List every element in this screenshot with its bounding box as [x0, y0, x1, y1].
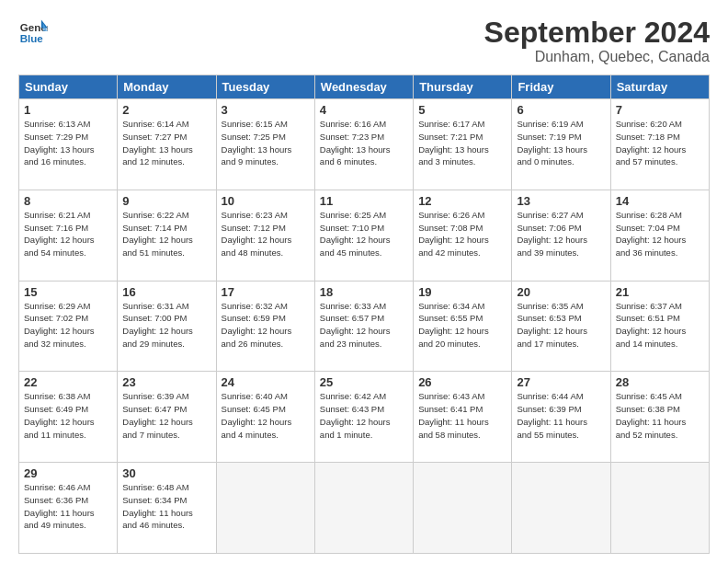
- week-row-3: 15Sunrise: 6:29 AMSunset: 7:02 PMDayligh…: [19, 281, 710, 372]
- day-number: 23: [122, 375, 210, 389]
- day-cell: 16Sunrise: 6:31 AMSunset: 7:00 PMDayligh…: [118, 281, 216, 372]
- day-info: Sunrise: 6:31 AMSunset: 7:00 PMDaylight:…: [122, 300, 210, 350]
- day-number: 15: [24, 285, 112, 299]
- day-cell: 3Sunrise: 6:15 AMSunset: 7:25 PMDaylight…: [216, 99, 314, 190]
- day-number: 9: [122, 194, 210, 208]
- day-info: Sunrise: 6:43 AMSunset: 6:41 PMDaylight:…: [418, 390, 506, 441]
- day-cell: 17Sunrise: 6:32 AMSunset: 6:59 PMDayligh…: [216, 281, 314, 372]
- day-info: Sunrise: 6:42 AMSunset: 6:43 PMDaylight:…: [320, 390, 408, 441]
- day-number: 20: [517, 285, 605, 299]
- day-cell: 14Sunrise: 6:28 AMSunset: 7:04 PMDayligh…: [610, 190, 709, 281]
- day-cell: [610, 463, 709, 554]
- day-cell: 22Sunrise: 6:38 AMSunset: 6:49 PMDayligh…: [19, 372, 118, 463]
- day-cell: 6Sunrise: 6:19 AMSunset: 7:19 PMDaylight…: [512, 99, 610, 190]
- main-title: September 2024: [484, 17, 710, 49]
- day-number: 14: [616, 194, 704, 208]
- page: General Blue September 2024 Dunham, Queb…: [0, 0, 728, 563]
- day-info: Sunrise: 6:29 AMSunset: 7:02 PMDaylight:…: [24, 300, 112, 350]
- day-cell: 18Sunrise: 6:33 AMSunset: 6:57 PMDayligh…: [314, 281, 413, 372]
- day-info: Sunrise: 6:44 AMSunset: 6:39 PMDaylight:…: [517, 390, 605, 441]
- day-number: 12: [418, 194, 506, 208]
- day-cell: 8Sunrise: 6:21 AMSunset: 7:16 PMDaylight…: [19, 190, 118, 281]
- day-info: Sunrise: 6:46 AMSunset: 6:36 PMDaylight:…: [24, 481, 112, 532]
- day-cell: 12Sunrise: 6:26 AMSunset: 7:08 PMDayligh…: [414, 190, 512, 281]
- day-number: 17: [222, 285, 310, 299]
- day-number: 16: [122, 285, 210, 299]
- week-row-4: 22Sunrise: 6:38 AMSunset: 6:49 PMDayligh…: [19, 372, 710, 463]
- day-info: Sunrise: 6:27 AMSunset: 7:06 PMDaylight:…: [517, 209, 605, 259]
- header-row: Sunday Monday Tuesday Wednesday Thursday…: [19, 75, 710, 99]
- day-number: 11: [320, 194, 408, 208]
- day-cell: 29Sunrise: 6:46 AMSunset: 6:36 PMDayligh…: [19, 463, 118, 554]
- day-number: 25: [320, 375, 408, 389]
- day-cell: 26Sunrise: 6:43 AMSunset: 6:41 PMDayligh…: [414, 372, 512, 463]
- col-wednesday: Wednesday: [314, 75, 413, 99]
- day-number: 2: [122, 103, 210, 117]
- week-row-1: 1Sunrise: 6:13 AMSunset: 7:29 PMDaylight…: [19, 99, 710, 190]
- day-cell: [414, 463, 512, 554]
- logo: General Blue: [18, 17, 48, 46]
- day-cell: 30Sunrise: 6:48 AMSunset: 6:34 PMDayligh…: [118, 463, 216, 554]
- day-number: 27: [517, 375, 605, 389]
- day-cell: 25Sunrise: 6:42 AMSunset: 6:43 PMDayligh…: [314, 372, 413, 463]
- day-number: 10: [222, 194, 310, 208]
- day-number: 26: [418, 375, 506, 389]
- subtitle: Dunham, Quebec, Canada: [484, 49, 710, 65]
- day-cell: 4Sunrise: 6:16 AMSunset: 7:23 PMDaylight…: [314, 99, 413, 190]
- day-cell: 10Sunrise: 6:23 AMSunset: 7:12 PMDayligh…: [216, 190, 314, 281]
- title-block: September 2024 Dunham, Quebec, Canada: [484, 17, 710, 65]
- day-info: Sunrise: 6:21 AMSunset: 7:16 PMDaylight:…: [24, 209, 112, 259]
- day-number: 24: [222, 375, 310, 389]
- day-info: Sunrise: 6:14 AMSunset: 7:27 PMDaylight:…: [122, 118, 210, 168]
- day-cell: 7Sunrise: 6:20 AMSunset: 7:18 PMDaylight…: [610, 99, 709, 190]
- svg-text:Blue: Blue: [20, 33, 44, 44]
- day-info: Sunrise: 6:15 AMSunset: 7:25 PMDaylight:…: [222, 118, 310, 168]
- day-info: Sunrise: 6:33 AMSunset: 6:57 PMDaylight:…: [320, 300, 408, 350]
- week-row-2: 8Sunrise: 6:21 AMSunset: 7:16 PMDaylight…: [19, 190, 710, 281]
- day-cell: 23Sunrise: 6:39 AMSunset: 6:47 PMDayligh…: [118, 372, 216, 463]
- day-cell: 20Sunrise: 6:35 AMSunset: 6:53 PMDayligh…: [512, 281, 610, 372]
- header: General Blue September 2024 Dunham, Queb…: [18, 17, 710, 65]
- day-number: 7: [616, 103, 704, 117]
- day-number: 3: [222, 103, 310, 117]
- day-cell: [314, 463, 413, 554]
- day-cell: [216, 463, 314, 554]
- day-number: 18: [320, 285, 408, 299]
- day-number: 5: [418, 103, 506, 117]
- day-info: Sunrise: 6:34 AMSunset: 6:55 PMDaylight:…: [418, 300, 506, 350]
- col-saturday: Saturday: [610, 75, 709, 99]
- day-number: 4: [320, 103, 408, 117]
- calendar-table: Sunday Monday Tuesday Wednesday Thursday…: [18, 75, 710, 554]
- col-monday: Monday: [118, 75, 216, 99]
- day-cell: [512, 463, 610, 554]
- day-number: 1: [24, 103, 112, 117]
- day-info: Sunrise: 6:13 AMSunset: 7:29 PMDaylight:…: [24, 118, 112, 168]
- col-friday: Friday: [512, 75, 610, 99]
- day-info: Sunrise: 6:28 AMSunset: 7:04 PMDaylight:…: [616, 209, 704, 259]
- day-cell: 9Sunrise: 6:22 AMSunset: 7:14 PMDaylight…: [118, 190, 216, 281]
- day-info: Sunrise: 6:38 AMSunset: 6:49 PMDaylight:…: [24, 390, 112, 441]
- day-number: 22: [24, 375, 112, 389]
- day-info: Sunrise: 6:37 AMSunset: 6:51 PMDaylight:…: [616, 300, 704, 350]
- day-cell: 5Sunrise: 6:17 AMSunset: 7:21 PMDaylight…: [414, 99, 512, 190]
- day-info: Sunrise: 6:45 AMSunset: 6:38 PMDaylight:…: [616, 390, 704, 441]
- day-cell: 13Sunrise: 6:27 AMSunset: 7:06 PMDayligh…: [512, 190, 610, 281]
- logo-icon: General Blue: [18, 17, 48, 46]
- day-cell: 19Sunrise: 6:34 AMSunset: 6:55 PMDayligh…: [414, 281, 512, 372]
- day-number: 30: [122, 466, 210, 480]
- col-thursday: Thursday: [414, 75, 512, 99]
- day-number: 29: [24, 466, 112, 480]
- col-tuesday: Tuesday: [216, 75, 314, 99]
- day-info: Sunrise: 6:26 AMSunset: 7:08 PMDaylight:…: [418, 209, 506, 259]
- day-info: Sunrise: 6:17 AMSunset: 7:21 PMDaylight:…: [418, 118, 506, 168]
- day-number: 8: [24, 194, 112, 208]
- day-info: Sunrise: 6:25 AMSunset: 7:10 PMDaylight:…: [320, 209, 408, 259]
- day-info: Sunrise: 6:23 AMSunset: 7:12 PMDaylight:…: [222, 209, 310, 259]
- day-cell: 28Sunrise: 6:45 AMSunset: 6:38 PMDayligh…: [610, 372, 709, 463]
- day-info: Sunrise: 6:40 AMSunset: 6:45 PMDaylight:…: [222, 390, 310, 441]
- day-cell: 15Sunrise: 6:29 AMSunset: 7:02 PMDayligh…: [19, 281, 118, 372]
- day-number: 19: [418, 285, 506, 299]
- day-cell: 21Sunrise: 6:37 AMSunset: 6:51 PMDayligh…: [610, 281, 709, 372]
- day-cell: 24Sunrise: 6:40 AMSunset: 6:45 PMDayligh…: [216, 372, 314, 463]
- day-number: 21: [616, 285, 704, 299]
